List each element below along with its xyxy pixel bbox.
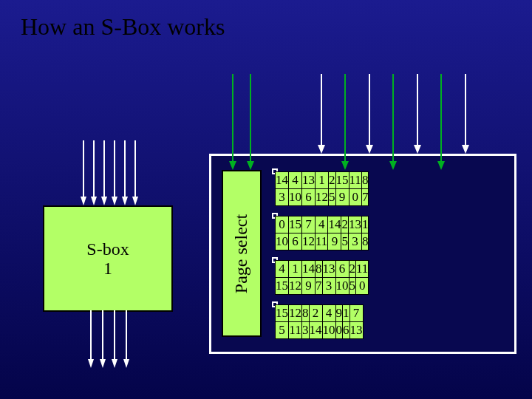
table-cell: 3 bbox=[322, 278, 335, 295]
table-cell: 12 bbox=[289, 278, 302, 295]
sbox-input-arrows bbox=[80, 140, 139, 207]
table-cell: 11 bbox=[349, 172, 361, 189]
table-cell: 12 bbox=[316, 189, 329, 206]
table-cell: 2 bbox=[309, 305, 322, 322]
svg-marker-37 bbox=[437, 161, 445, 170]
sbox-label-2: 1 bbox=[103, 259, 112, 278]
svg-marker-1 bbox=[81, 197, 86, 205]
svg-marker-35 bbox=[389, 161, 397, 170]
svg-marker-3 bbox=[91, 197, 97, 205]
table-cell: 1 bbox=[316, 172, 329, 189]
table-cell: 8 bbox=[361, 233, 369, 250]
table-cell: 11 bbox=[356, 261, 369, 278]
table-cell: 12 bbox=[289, 305, 302, 322]
sbox-table-3: 1512824917511314100613 bbox=[272, 301, 278, 307]
table-cell: 14 bbox=[309, 322, 322, 339]
table-cell: 0 bbox=[276, 216, 289, 233]
table-cell: 0 bbox=[356, 278, 369, 295]
table-cell: 9 bbox=[335, 305, 343, 322]
table-cell: 8 bbox=[302, 305, 310, 322]
table-cell: 0 bbox=[349, 189, 361, 206]
table-input-arrows-green bbox=[310, 74, 480, 171]
table-cell: 5 bbox=[276, 322, 289, 339]
table-cell: 11 bbox=[289, 322, 302, 339]
table-cell: 12 bbox=[302, 233, 316, 250]
table-cell: 6 bbox=[335, 261, 349, 278]
svg-marker-15 bbox=[100, 359, 106, 368]
sbox-label-1: S-box bbox=[86, 239, 129, 259]
table-cell: 8 bbox=[316, 261, 323, 278]
table-cell: 15 bbox=[276, 305, 289, 322]
table-cell: 10 bbox=[276, 233, 289, 250]
table-cell: 13 bbox=[349, 322, 363, 339]
page-select-input-arrows bbox=[225, 74, 256, 171]
table-cell: 1 bbox=[343, 305, 350, 322]
page-select-label: Page select bbox=[232, 214, 252, 293]
table-cell: 6 bbox=[302, 189, 316, 206]
table-cell: 0 bbox=[335, 322, 343, 339]
table-cell: 3 bbox=[348, 233, 361, 250]
svg-marker-23 bbox=[247, 161, 254, 170]
table-cell: 7 bbox=[349, 305, 363, 322]
page-select-block: Page select bbox=[222, 170, 262, 337]
table-cell: 5 bbox=[329, 189, 336, 206]
table-cell: 15 bbox=[276, 278, 289, 295]
table-cell: 5 bbox=[341, 233, 349, 250]
table-cell: 1 bbox=[289, 261, 302, 278]
table-cell: 14 bbox=[328, 216, 341, 233]
table-cell: 14 bbox=[276, 172, 289, 189]
table-cell: 6 bbox=[289, 233, 302, 250]
svg-marker-9 bbox=[122, 197, 128, 205]
table-cell: 15 bbox=[289, 216, 302, 233]
table-cell: 10 bbox=[322, 322, 335, 339]
table-cell: 2 bbox=[329, 172, 336, 189]
table-cell: 4 bbox=[289, 172, 302, 189]
table-cell: 13 bbox=[302, 172, 316, 189]
table-cell: 14 bbox=[302, 261, 316, 278]
sbox-table-1: 0157414213110612119538 bbox=[272, 213, 278, 219]
table-cell: 9 bbox=[328, 233, 341, 250]
table-cell: 15 bbox=[335, 172, 349, 189]
sbox-table-2: 4114813621115129731050 bbox=[272, 257, 278, 263]
table-cell: 5 bbox=[349, 278, 356, 295]
table-cell: 3 bbox=[276, 189, 289, 206]
sbox-block: S-box 1 bbox=[43, 205, 173, 312]
sbox-table-0: 1441312151183106125907 bbox=[272, 168, 278, 174]
slide-title: How an S-Box works bbox=[21, 13, 225, 41]
table-cell: 7 bbox=[302, 216, 316, 233]
table-cell: 4 bbox=[276, 261, 289, 278]
sbox-output-arrows bbox=[87, 310, 132, 369]
svg-marker-33 bbox=[341, 161, 349, 170]
table-cell: 13 bbox=[348, 216, 361, 233]
table-cell: 7 bbox=[316, 278, 323, 295]
svg-marker-13 bbox=[88, 359, 94, 368]
table-cell: 8 bbox=[361, 172, 369, 189]
svg-marker-17 bbox=[112, 359, 117, 368]
table-cell: 4 bbox=[316, 216, 328, 233]
table-cell: 2 bbox=[349, 261, 356, 278]
table-cell: 7 bbox=[361, 189, 369, 206]
svg-marker-21 bbox=[229, 161, 236, 170]
table-cell: 1 bbox=[361, 216, 369, 233]
table-cell: 3 bbox=[302, 322, 310, 339]
svg-marker-5 bbox=[101, 197, 107, 205]
table-cell: 10 bbox=[335, 278, 349, 295]
table-cell: 10 bbox=[289, 189, 302, 206]
svg-marker-19 bbox=[123, 359, 129, 368]
table-cell: 11 bbox=[316, 233, 328, 250]
table-cell: 4 bbox=[322, 305, 335, 322]
svg-marker-7 bbox=[112, 197, 117, 205]
table-cell: 6 bbox=[343, 322, 350, 339]
table-cell: 2 bbox=[341, 216, 349, 233]
svg-marker-11 bbox=[132, 197, 138, 205]
table-cell: 13 bbox=[322, 261, 335, 278]
table-cell: 9 bbox=[302, 278, 316, 295]
table-cell: 9 bbox=[335, 189, 349, 206]
